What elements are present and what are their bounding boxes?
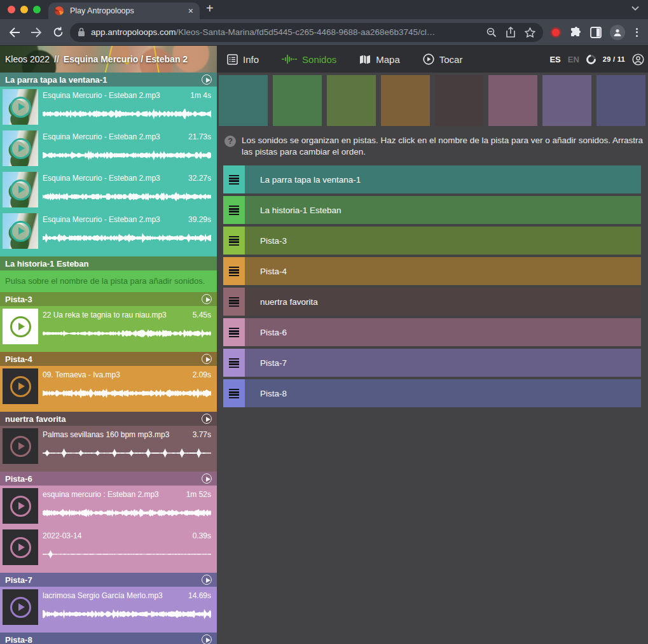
track-drag-handle[interactable]: [223, 165, 245, 193]
clip-thumbnail[interactable]: [3, 529, 38, 565]
zoom-window-button[interactable]: [33, 6, 41, 13]
track-drag-handle[interactable]: [223, 227, 245, 255]
forward-button[interactable]: [28, 24, 45, 41]
nav-label-tocar: Tocar: [439, 54, 463, 65]
clip-thumbnail[interactable]: [3, 172, 38, 207]
new-tab-button[interactable]: +: [206, 1, 214, 16]
track-row[interactable]: Pista-8: [223, 379, 641, 407]
track-name-area[interactable]: Pista-3: [245, 227, 641, 255]
clip-play-icon[interactable]: [10, 496, 31, 517]
clip-play-icon[interactable]: [10, 316, 31, 337]
breadcrumb-project[interactable]: Kleos 2022: [5, 54, 50, 64]
track-drag-handle[interactable]: [223, 318, 245, 346]
clip-waveform[interactable]: [43, 444, 211, 462]
track-name-area[interactable]: nuertra favorita: [245, 288, 641, 316]
section-play-button[interactable]: [202, 74, 212, 85]
lang-es-button[interactable]: ES: [549, 55, 560, 64]
clip-play-icon[interactable]: [10, 97, 31, 118]
clip-thumbnail[interactable]: [3, 130, 38, 166]
clip-play-icon[interactable]: [10, 221, 31, 242]
track-row[interactable]: Pista-6: [223, 318, 641, 346]
track-drag-handle[interactable]: [223, 288, 245, 316]
section-header[interactable]: Pista-6: [0, 472, 217, 486]
track-drag-handle[interactable]: [223, 379, 245, 407]
track-drag-handle[interactable]: [223, 196, 245, 224]
section-header[interactable]: La parra tapa la ventana-1: [0, 73, 217, 87]
nav-item-info[interactable]: Info: [227, 54, 259, 65]
nav-item-tocar[interactable]: Tocar: [423, 53, 463, 65]
track-row[interactable]: Pista-7: [223, 349, 641, 377]
section-header[interactable]: La historia-1 Esteban: [0, 256, 217, 270]
track-name-area[interactable]: Pista-8: [245, 379, 641, 407]
track-name-area[interactable]: La historia-1 Esteban: [245, 196, 641, 224]
track-row[interactable]: La historia-1 Esteban: [223, 196, 641, 224]
section-play-button[interactable]: [202, 473, 212, 484]
bookmark-star-icon[interactable]: [525, 27, 535, 38]
back-button[interactable]: [6, 24, 23, 41]
share-icon[interactable]: [506, 27, 515, 38]
clip-waveform[interactable]: [43, 105, 211, 123]
track-row[interactable]: La parra tapa la ventana-1: [223, 165, 641, 193]
track-name-area[interactable]: Pista-6: [245, 318, 641, 346]
clip-play-icon[interactable]: [10, 138, 31, 159]
tab-search-chevron-icon[interactable]: [631, 6, 639, 11]
side-panel-icon[interactable]: [590, 27, 602, 38]
recording-extension-icon[interactable]: [552, 29, 560, 36]
clip-waveform[interactable]: [43, 325, 211, 342]
audio-clip: Esquina Mercurio - Esteban 2.mp31m 4s: [0, 87, 217, 128]
track-name: nuertra favorita: [260, 297, 318, 307]
clip-waveform[interactable]: [43, 229, 211, 247]
clip-thumbnail[interactable]: [3, 89, 38, 125]
tab-close-icon[interactable]: ×: [188, 6, 193, 15]
browser-tab[interactable]: Play Antropoloops ×: [48, 3, 200, 19]
browser-profile-avatar[interactable]: [610, 25, 625, 40]
extensions-puzzle-icon[interactable]: [569, 26, 582, 39]
clip-thumbnail[interactable]: [3, 368, 38, 404]
section-header[interactable]: Pista-3: [0, 292, 217, 306]
clip-play-icon[interactable]: [10, 537, 31, 558]
track-row[interactable]: Pista-3: [223, 227, 641, 255]
section-header[interactable]: Pista-8: [0, 633, 217, 644]
section-header[interactable]: Pista-7: [0, 573, 217, 587]
track-name-area[interactable]: Pista-7: [245, 349, 641, 377]
clip-thumbnail[interactable]: [3, 213, 38, 249]
close-window-button[interactable]: [8, 6, 15, 13]
clip-thumbnail[interactable]: [3, 488, 38, 524]
track-name-area[interactable]: Pista-4: [245, 257, 641, 285]
reload-button[interactable]: [50, 24, 66, 41]
clip-thumbnail[interactable]: [3, 589, 38, 625]
clip-play-icon[interactable]: [10, 597, 31, 618]
section-play-button[interactable]: [202, 575, 212, 585]
clip-waveform[interactable]: [43, 545, 211, 563]
address-bar[interactable]: app.antropoloops.com/Kleos-Santa-Marina/…: [70, 23, 543, 42]
lang-en-button[interactable]: EN: [568, 55, 579, 64]
clip-waveform[interactable]: [43, 504, 211, 522]
section-play-button[interactable]: [202, 354, 212, 364]
clip-waveform[interactable]: [43, 605, 211, 623]
clip-thumbnail[interactable]: [3, 428, 38, 464]
clip-play-icon[interactable]: [10, 376, 31, 397]
minimize-window-button[interactable]: [20, 6, 28, 13]
zoom-level-icon[interactable]: [486, 27, 497, 38]
section-play-button[interactable]: [202, 294, 212, 304]
nav-item-mapa[interactable]: Mapa: [359, 54, 400, 65]
section-play-button[interactable]: [202, 634, 212, 644]
clip-waveform[interactable]: [43, 384, 211, 402]
clip-play-icon[interactable]: [10, 179, 31, 200]
browser-menu-icon[interactable]: [633, 28, 640, 37]
clip-thumbnail[interactable]: [3, 309, 38, 344]
section-header[interactable]: nuertra favorita: [0, 412, 217, 426]
clip-waveform[interactable]: [43, 188, 211, 206]
section-header[interactable]: Pista-4: [0, 352, 217, 366]
section-play-button[interactable]: [202, 414, 212, 424]
track-row[interactable]: nuertra favorita: [223, 288, 641, 316]
nav-item-sonidos[interactable]: Sonidos: [282, 54, 336, 65]
track-drag-handle[interactable]: [223, 257, 245, 285]
section-name: La historia-1 Esteban: [5, 259, 88, 269]
clip-play-icon[interactable]: [10, 436, 31, 457]
clip-waveform[interactable]: [43, 146, 211, 164]
track-name-area[interactable]: La parra tapa la ventana-1: [245, 165, 641, 193]
track-drag-handle[interactable]: [223, 349, 245, 377]
account-icon[interactable]: [632, 53, 644, 66]
track-row[interactable]: Pista-4: [223, 257, 641, 285]
